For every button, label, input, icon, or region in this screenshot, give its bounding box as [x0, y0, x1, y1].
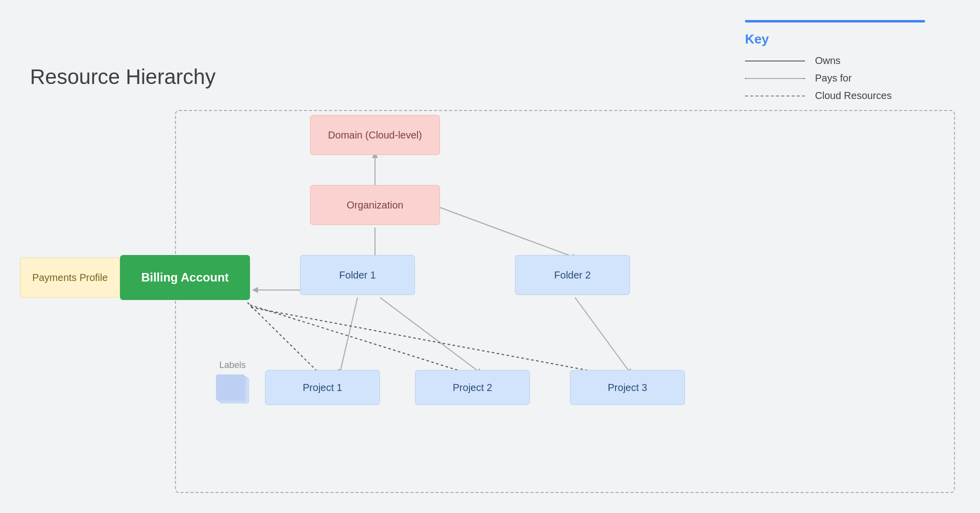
organization-node: Organization — [310, 185, 440, 225]
domain-node: Domain (Cloud-level) — [310, 115, 440, 155]
key-row-owns: Owns — [745, 55, 925, 66]
cloud-line-icon — [745, 96, 805, 96]
owns-line-icon — [745, 60, 805, 62]
key-row-pays: Pays for — [745, 72, 925, 84]
project2-node: Project 2 — [415, 370, 530, 405]
key-row-cloud: Cloud Resources — [745, 90, 925, 102]
folder1-node: Folder 1 — [300, 255, 415, 295]
project3-node: Project 3 — [570, 370, 685, 405]
key-top-bar — [745, 20, 925, 22]
dashed-container — [175, 110, 955, 493]
project1-node: Project 1 — [265, 370, 380, 405]
key-panel: Key Owns Pays for Cloud Resources — [730, 10, 940, 118]
owns-label: Owns — [815, 55, 840, 66]
folder2-node: Folder 2 — [515, 255, 630, 295]
key-title: Key — [745, 32, 925, 47]
labels-area: Labels — [215, 360, 250, 404]
billing-account-node: Billing Account — [120, 255, 250, 300]
payments-profile-node: Payments Profile — [20, 258, 120, 298]
pays-line-icon — [745, 78, 805, 79]
doc-stack-icon — [215, 374, 250, 404]
diagram: Domain (Cloud-level) Organization Paymen… — [20, 105, 960, 498]
labels-text: Labels — [215, 360, 250, 370]
cloud-resources-label: Cloud Resources — [815, 90, 892, 102]
page-title: Resource Hierarchy — [30, 65, 216, 89]
pays-label: Pays for — [815, 72, 852, 84]
